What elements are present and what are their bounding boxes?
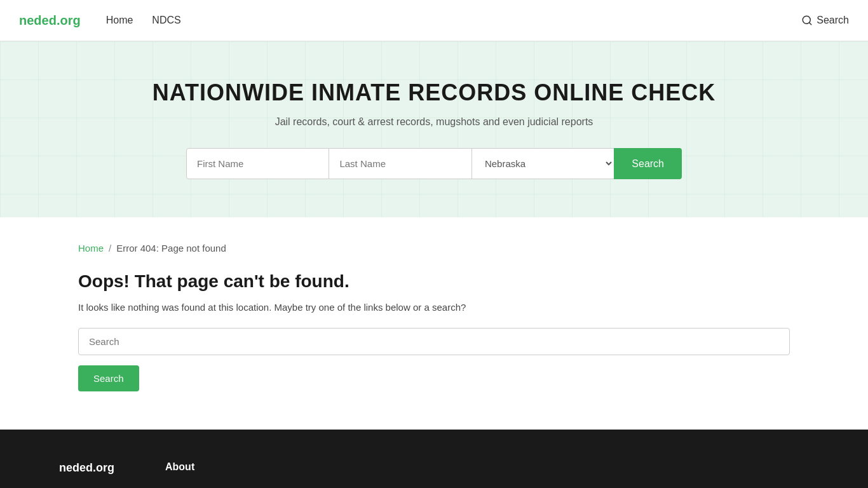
hero-search-form: AlabamaAlaskaArizonaArkansasCaliforniaCo… <box>186 148 682 179</box>
footer-logo-col: neded.org <box>59 461 114 478</box>
nav-home[interactable]: Home <box>106 15 133 26</box>
error-heading: Oops! That page can't be found. <box>78 271 790 292</box>
hero-search-button[interactable]: Search <box>614 148 682 179</box>
svg-line-1 <box>810 22 811 24</box>
header-search-label: Search <box>817 15 849 26</box>
site-footer: neded.org About <box>0 430 868 488</box>
main-nav: Home NDCS <box>106 15 802 26</box>
hero-section: NATIONWIDE INMATE RECORDS ONLINE CHECK J… <box>0 41 868 217</box>
first-name-input[interactable] <box>186 148 329 179</box>
breadcrumb-current: Error 404: Page not found <box>116 243 226 254</box>
page-search-button[interactable]: Search <box>78 365 139 391</box>
footer-logo: neded.org <box>59 461 114 475</box>
state-select[interactable]: AlabamaAlaskaArizonaArkansasCaliforniaCo… <box>472 148 614 179</box>
hero-subtitle: Jail records, court & arrest records, mu… <box>13 116 855 128</box>
hero-title: NATIONWIDE INMATE RECORDS ONLINE CHECK <box>13 79 855 106</box>
page-search-input[interactable] <box>78 328 790 355</box>
footer-about-title: About <box>165 461 194 473</box>
footer-about-col: About <box>165 461 194 478</box>
nav-ndcs[interactable]: NDCS <box>152 15 180 26</box>
error-message: It looks like nothing was found at this … <box>78 302 790 313</box>
main-content: Home / Error 404: Page not found Oops! T… <box>59 217 809 430</box>
last-name-input[interactable] <box>329 148 471 179</box>
breadcrumb: Home / Error 404: Page not found <box>78 243 790 254</box>
search-icon <box>801 15 813 26</box>
header-search-button[interactable]: Search <box>801 15 849 26</box>
breadcrumb-home[interactable]: Home <box>78 243 104 254</box>
footer-inner: neded.org About <box>59 461 809 478</box>
site-logo[interactable]: neded.org <box>19 13 81 28</box>
breadcrumb-separator: / <box>109 243 111 254</box>
site-header: neded.org Home NDCS Search <box>0 0 868 41</box>
